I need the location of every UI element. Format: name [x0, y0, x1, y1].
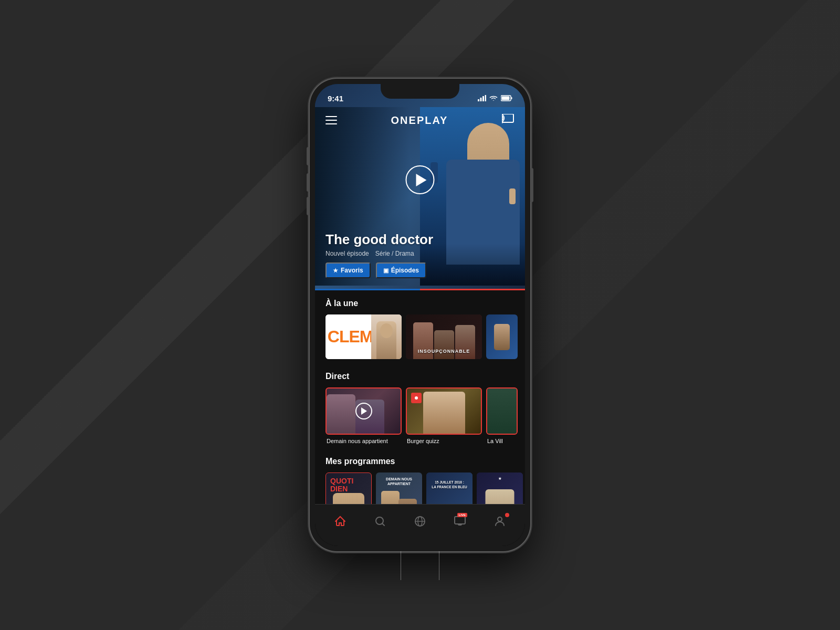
a-la-une-section: À la une CLEM: [315, 290, 525, 363]
wifi-icon: [489, 95, 498, 101]
mes-programmes-title: Mes programmes: [315, 457, 525, 466]
indicator-line-left: [401, 551, 401, 580]
svg-rect-6: [511, 97, 512, 99]
partial-card-une: [486, 314, 518, 359]
quiz-title-text: ★: [477, 477, 523, 481]
live-badge: LIVE: [457, 513, 467, 517]
demain-direct-label: Demain nous appartient: [326, 438, 402, 444]
nav-live[interactable]: LIVE: [454, 514, 466, 529]
nav-home[interactable]: [334, 515, 346, 528]
hero-title: The good doctor: [326, 232, 514, 248]
hero-buttons: ★ Favoris ▣ Épisodes: [326, 262, 514, 278]
france-card[interactable]: 15 JUILLET 2018 :LA FRANCE EN BLEU: [426, 472, 472, 504]
burger-direct-card[interactable]: [406, 387, 482, 435]
notch: [381, 84, 459, 99]
status-icons: [478, 95, 512, 101]
hero-info: The good doctor Nouvel épisode Série / D…: [326, 232, 514, 278]
lavill-direct-wrapper: La Vill: [486, 387, 518, 444]
dprog-figure1: [381, 491, 400, 504]
quiz-card[interactable]: ★: [477, 472, 523, 504]
search-icon: [374, 515, 386, 528]
app-logo: ONEPLAY: [391, 114, 448, 127]
bottom-nav: LIVE: [315, 504, 525, 546]
episodes-button[interactable]: ▣ Épisodes: [376, 262, 426, 278]
lavill-direct-label: La Vill: [486, 438, 518, 444]
episodes-label: Épisodes: [391, 267, 419, 274]
hero-meta: Nouvel épisode Série / Drama: [326, 250, 514, 257]
live-icon-wrapper: LIVE: [454, 514, 466, 529]
quotidien-card[interactable]: QUOTIDIEN: [326, 472, 372, 504]
a-la-une-title: À la une: [315, 299, 525, 308]
indicator-lines: [401, 551, 439, 580]
svg-point-13: [498, 517, 502, 521]
svg-rect-3: [485, 95, 487, 101]
svg-rect-12: [455, 517, 465, 524]
phone-mockup: 9:41: [310, 79, 530, 551]
mes-programmes-section: Mes programmes QUOTIDIEN DEMAIN NOUS APP…: [315, 448, 525, 504]
demain-direct-wrapper: Demain nous appartient: [326, 387, 402, 444]
demain-direct-card[interactable]: [326, 387, 402, 435]
nav-search[interactable]: [374, 515, 386, 528]
demain-play-overlay[interactable]: [355, 403, 372, 419]
demain-prog-card[interactable]: DEMAIN NOUS APPARTIENT: [376, 472, 422, 504]
quiz-person-figure: [486, 489, 514, 504]
favoris-label: Favoris: [341, 267, 363, 274]
nav-profile[interactable]: [494, 515, 506, 528]
burger-figure: [423, 392, 465, 434]
svg-rect-2: [482, 96, 484, 101]
battery-icon: [501, 95, 512, 101]
content-area[interactable]: À la une CLEM: [315, 290, 525, 504]
logo-play: PLAY: [417, 114, 448, 126]
burger-direct-label: Burger quizz: [406, 438, 482, 444]
svg-rect-5: [502, 97, 510, 100]
profile-badge: [505, 513, 509, 517]
quotidien-person: [333, 493, 364, 504]
hero-section: ONEPLAY The good doctor: [315, 84, 525, 289]
direct-title: Direct: [315, 372, 525, 381]
top-bar: ONEPLAY: [315, 107, 525, 133]
france-text: 15 JUILLET 2018 :LA FRANCE EN BLEU: [428, 480, 470, 489]
hero-play-button[interactable]: [406, 165, 435, 194]
direct-cards: Demain nous appartient Burger quizz: [315, 387, 525, 444]
status-time: 9:41: [328, 94, 343, 103]
svg-rect-1: [480, 98, 482, 101]
cast-button[interactable]: [502, 114, 514, 127]
lavill-direct-card[interactable]: [486, 387, 518, 435]
nav-channels[interactable]: [414, 515, 426, 528]
dprog-figure2: [398, 499, 417, 504]
menu-button[interactable]: [326, 116, 337, 124]
phone-screen: 9:41: [315, 84, 525, 546]
user-icon: [494, 515, 506, 528]
insoupconnable-text: INSOUPÇONNABLE: [406, 349, 482, 354]
clem-card[interactable]: CLEM: [326, 314, 402, 359]
indicator-line-right: [439, 551, 439, 580]
mes-programmes-cards: QUOTIDIEN DEMAIN NOUS APPARTIENT: [315, 472, 525, 504]
clem-logo-text: CLEM: [328, 327, 373, 346]
globe-icon: [414, 515, 426, 528]
home-icon: [334, 515, 346, 528]
svg-rect-0: [478, 99, 479, 101]
quotidien-text: QUOTIDIEN: [330, 477, 353, 494]
logo-one: ONE: [391, 114, 417, 126]
divider-bar: [315, 289, 525, 290]
play-icon: [416, 174, 426, 186]
favoris-button[interactable]: ★ Favoris: [326, 262, 371, 278]
signal-icon: [478, 95, 486, 101]
burger-direct-wrapper: Burger quizz: [406, 387, 482, 444]
demain-prog-text: DEMAIN NOUS APPARTIENT: [380, 477, 418, 486]
a-la-une-cards: CLEM: [315, 314, 525, 359]
hero-episode: Nouvel épisode: [326, 250, 369, 257]
direct-section: Direct Demain nous: [315, 363, 525, 448]
insoupconnable-card[interactable]: INSOUPÇONNABLE: [406, 314, 482, 359]
hero-genre: Série / Drama: [375, 250, 414, 257]
